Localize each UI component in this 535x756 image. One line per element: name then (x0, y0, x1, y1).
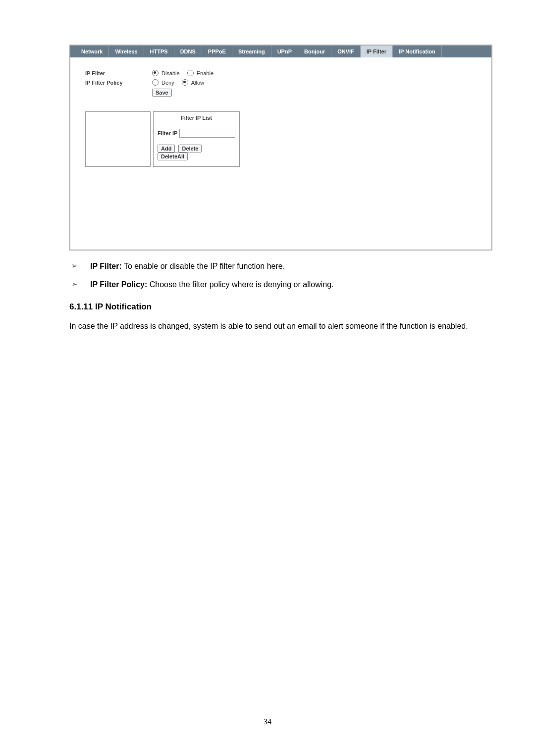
bullet-ipfilter: IP Filter: To enable or disable the IP f… (69, 259, 485, 273)
tab-network[interactable]: Network (75, 46, 109, 57)
filter-box: Filter IP List Filter IP Add Delete Dele… (85, 111, 491, 167)
label-ipfilter: IP Filter (85, 70, 152, 76)
tab-bonjour[interactable]: Bonjour (298, 46, 331, 57)
label-ipfilter-policy: IP Filter Policy (85, 80, 152, 86)
tab-https[interactable]: HTTPS (144, 46, 174, 57)
tabstrip: Network Wireless HTTPS DDNS PPPoE Stream… (70, 46, 491, 57)
row-ipfilter: IP Filter Disable Enable (85, 70, 491, 76)
document-page: Network Wireless HTTPS DDNS PPPoE Stream… (0, 0, 535, 756)
bullet-policy-bold: IP Filter Policy: (90, 280, 147, 289)
bullet-ipfilter-bold: IP Filter: (90, 262, 122, 270)
bullet-ipfilter-text: To enable or disable the IP filter funct… (122, 262, 285, 270)
row-ipfilter-policy: IP Filter Policy Deny Allow (85, 79, 491, 86)
save-button[interactable]: Save (152, 89, 172, 97)
radio-enable-label: Enable (197, 70, 214, 76)
filter-panel-title: Filter IP List (158, 115, 235, 121)
radio-allow[interactable] (182, 79, 188, 86)
tabstrip-filler (442, 46, 491, 57)
radio-enable[interactable] (187, 70, 194, 76)
screenshot-content: IP Filter Disable Enable IP Filter Polic… (70, 57, 491, 250)
tab-streaming[interactable]: Streaming (232, 46, 271, 57)
deleteall-button[interactable]: DeleteAll (158, 152, 188, 160)
radio-deny[interactable] (152, 79, 159, 86)
filter-buttons: Add Delete DeleteAll (158, 145, 235, 160)
bullet-list: IP Filter: To enable or disable the IP f… (69, 259, 485, 291)
filter-input-label: Filter IP (158, 130, 177, 136)
filter-ip-input[interactable] (179, 129, 235, 138)
tab-ipnotification[interactable]: IP Notification (393, 46, 442, 57)
filter-panel: Filter IP List Filter IP Add Delete Dele… (153, 111, 240, 167)
radio-disable-label: Disable (161, 70, 180, 76)
row-save: Save (85, 89, 491, 97)
tab-pppoe[interactable]: PPPoE (202, 46, 232, 57)
bullet-ipfilter-policy: IP Filter Policy: Choose the filter poli… (69, 278, 485, 291)
add-button[interactable]: Add (158, 145, 175, 152)
page-number: 34 (0, 717, 535, 726)
app-screenshot: Network Wireless HTTPS DDNS PPPoE Stream… (69, 45, 492, 251)
tab-upnp[interactable]: UPnP (271, 46, 298, 57)
delete-button[interactable]: Delete (178, 145, 202, 152)
tab-onvif[interactable]: ONVIF (331, 46, 361, 57)
tab-ddns[interactable]: DDNS (174, 46, 202, 57)
tab-wireless[interactable]: Wireless (109, 46, 144, 57)
radio-deny-label: Deny (161, 80, 174, 86)
radio-disable[interactable] (152, 70, 159, 76)
section-paragraph: In case the IP address is changed, syste… (69, 320, 485, 333)
section-heading: 6.1.11 IP Notification (69, 302, 485, 312)
ip-listbox[interactable] (85, 111, 151, 167)
tab-ipfilter[interactable]: IP Filter (361, 46, 393, 57)
bullet-policy-text: Choose the filter policy where is denyin… (147, 280, 333, 289)
radio-allow-label: Allow (191, 80, 204, 86)
